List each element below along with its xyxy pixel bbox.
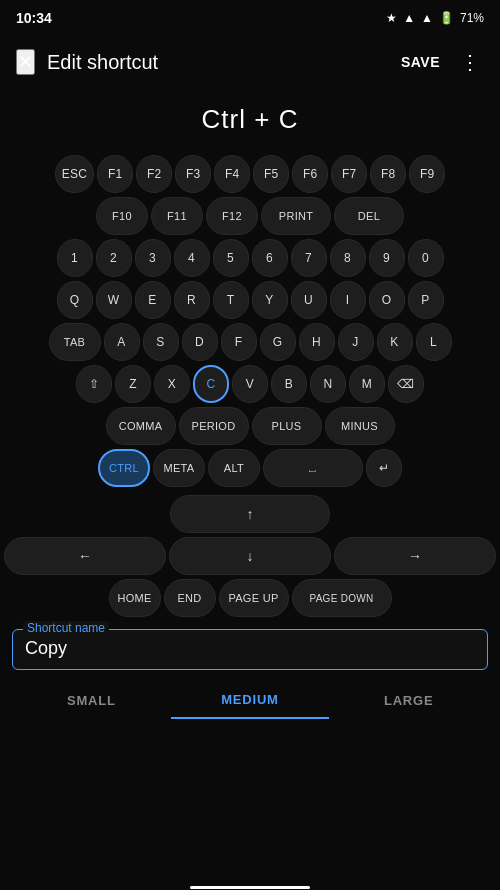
key-meta[interactable]: META [153,449,205,487]
key-3[interactable]: 3 [135,239,171,277]
key-f3[interactable]: F3 [175,155,211,193]
status-time: 10:34 [16,10,52,26]
key-comma[interactable]: COMMA [106,407,176,445]
key-space[interactable]: ⎵ [263,449,363,487]
key-row-fn2: F10 F11 F12 PRINT DEL [4,197,496,235]
key-f11[interactable]: F11 [151,197,203,235]
key-p[interactable]: P [408,281,444,319]
key-w[interactable]: W [96,281,132,319]
key-plus[interactable]: PLUS [252,407,322,445]
key-o[interactable]: O [369,281,405,319]
key-shift[interactable]: ⇧ [76,365,112,403]
key-y[interactable]: Y [252,281,288,319]
key-a[interactable]: A [104,323,140,361]
more-options-button[interactable]: ⋮ [456,46,484,78]
key-8[interactable]: 8 [330,239,366,277]
key-home[interactable]: HOME [109,579,161,617]
nav-row-home: HOME END PAGE UP PAGE DOWN [4,579,496,617]
key-row-symbols: COMMA PERIOD PLUS MINUS [4,407,496,445]
key-d[interactable]: D [182,323,218,361]
size-large-button[interactable]: LARGE [329,682,488,719]
key-page-up[interactable]: PAGE UP [219,579,289,617]
backspace-icon: ⌫ [397,377,414,391]
key-f2[interactable]: F2 [136,155,172,193]
header-right: SAVE ⋮ [393,46,484,78]
bluetooth-icon: ★ [386,11,397,25]
size-medium-button[interactable]: MEDIUM [171,682,330,719]
key-f8[interactable]: F8 [370,155,406,193]
signal-icon: ▲ [421,11,433,25]
key-down[interactable]: ↓ [169,537,331,575]
key-l[interactable]: L [416,323,452,361]
key-f5[interactable]: F5 [253,155,289,193]
key-b[interactable]: B [271,365,307,403]
key-del[interactable]: DEL [334,197,404,235]
key-q[interactable]: Q [57,281,93,319]
key-i[interactable]: I [330,281,366,319]
key-right[interactable]: → [334,537,496,575]
key-f9[interactable]: F9 [409,155,445,193]
nav-area: ↑ ← ↓ → HOME END PAGE UP PAGE DOWN [0,487,500,621]
status-icons: ★ ▲ ▲ 🔋 71% [386,11,484,25]
key-z[interactable]: Z [115,365,151,403]
key-left[interactable]: ← [4,537,166,575]
key-6[interactable]: 6 [252,239,288,277]
key-up[interactable]: ↑ [170,495,330,533]
header-left: ✕ Edit shortcut [16,49,158,75]
shortcut-name-input[interactable] [25,638,475,659]
shortcut-display: Ctrl + C [0,88,500,155]
battery-percent: 71% [460,11,484,25]
key-f[interactable]: F [221,323,257,361]
key-7[interactable]: 7 [291,239,327,277]
key-c[interactable]: C [193,365,229,403]
key-x[interactable]: X [154,365,190,403]
key-n[interactable]: N [310,365,346,403]
header: ✕ Edit shortcut SAVE ⋮ [0,36,500,88]
key-f10[interactable]: F10 [96,197,148,235]
key-alt[interactable]: ALT [208,449,260,487]
shortcut-name-label: Shortcut name [23,621,109,635]
key-ctrl[interactable]: CTRL [98,449,150,487]
key-k[interactable]: K [377,323,413,361]
key-f6[interactable]: F6 [292,155,328,193]
key-backspace[interactable]: ⌫ [388,365,424,403]
key-esc[interactable]: ESC [55,155,95,193]
status-bar: 10:34 ★ ▲ ▲ 🔋 71% [0,0,500,36]
key-4[interactable]: 4 [174,239,210,277]
key-row-qwerty: Q W E R T Y U I O P [4,281,496,319]
page-title: Edit shortcut [47,51,158,74]
key-print[interactable]: PRINT [261,197,331,235]
key-period[interactable]: PERIOD [179,407,249,445]
key-r[interactable]: R [174,281,210,319]
key-row-modifiers: CTRL META ALT ⎵ ↵ [4,449,496,487]
bottom-nav-bar [0,886,500,890]
key-tab[interactable]: TAB [49,323,101,361]
key-e[interactable]: E [135,281,171,319]
close-button[interactable]: ✕ [16,49,35,75]
key-end[interactable]: END [164,579,216,617]
key-f12[interactable]: F12 [206,197,258,235]
key-f4[interactable]: F4 [214,155,250,193]
key-1[interactable]: 1 [57,239,93,277]
key-9[interactable]: 9 [369,239,405,277]
key-t[interactable]: T [213,281,249,319]
key-page-down[interactable]: PAGE DOWN [292,579,392,617]
key-minus[interactable]: MINUS [325,407,395,445]
key-m[interactable]: M [349,365,385,403]
key-enter[interactable]: ↵ [366,449,402,487]
key-f7[interactable]: F7 [331,155,367,193]
key-v[interactable]: V [232,365,268,403]
shortcut-name-container: Shortcut name [12,629,488,670]
key-g[interactable]: G [260,323,296,361]
key-row-numbers: 1 2 3 4 5 6 7 8 9 0 [4,239,496,277]
key-u[interactable]: U [291,281,327,319]
key-j[interactable]: J [338,323,374,361]
key-f1[interactable]: F1 [97,155,133,193]
save-button[interactable]: SAVE [393,50,448,74]
size-small-button[interactable]: SMALL [12,682,171,719]
key-s[interactable]: S [143,323,179,361]
key-0[interactable]: 0 [408,239,444,277]
key-h[interactable]: H [299,323,335,361]
key-2[interactable]: 2 [96,239,132,277]
key-5[interactable]: 5 [213,239,249,277]
